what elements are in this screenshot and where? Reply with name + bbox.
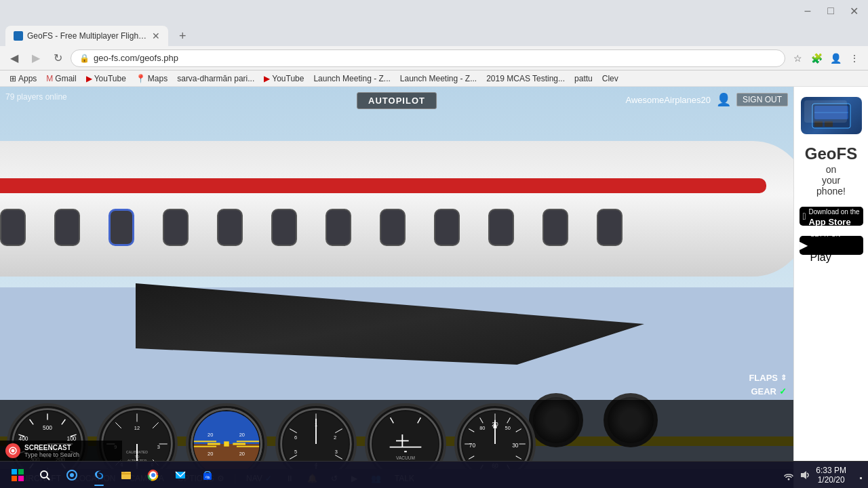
players-online-label: 79 players online (5, 92, 67, 102)
svg-rect-109 (12, 469, 17, 474)
window-9 (434, 209, 460, 246)
bookmark-clev[interactable]: Clev (598, 72, 623, 85)
svg-point-113 (41, 471, 47, 478)
bookmark-pattu[interactable]: pattu (570, 72, 597, 85)
window-8 (380, 209, 406, 246)
bookmark-zoom1[interactable]: Launch Meeting - Z... (309, 72, 394, 85)
svg-text:12: 12 (134, 425, 140, 431)
maximize-button[interactable]: □ (822, 2, 840, 20)
window-5 (217, 209, 243, 246)
geofs-phone: phone! (805, 186, 857, 197)
window-3-selected (108, 209, 134, 246)
taskbar-store[interactable]: 🛍 (195, 463, 220, 487)
svg-rect-125 (860, 477, 862, 479)
bookmark-youtube2[interactable]: ▶ YouTube (260, 72, 308, 85)
browser-chrome: – □ ✕ GeoFS - Free Multiplayer Flight ..… (0, 0, 868, 87)
taskbar-search[interactable] (33, 463, 57, 487)
svg-text:VACUUM: VACUUM (396, 455, 415, 460)
address-bar[interactable]: 🔒 geo-fs.com/geofs.php (71, 49, 785, 67)
geofs-title: GeoFS (805, 144, 857, 164)
screencast-icon (5, 443, 20, 458)
google-play-button[interactable]: ▶ GET IT ON Google Play (800, 236, 863, 255)
window-1 (0, 209, 26, 246)
windows-row (0, 209, 623, 246)
svg-text:500: 500 (43, 424, 52, 431)
window-2 (54, 209, 80, 246)
active-tab[interactable]: GeoFS - Free Multiplayer Flight ... ✕ (5, 26, 168, 46)
taskbar-mail[interactable] (168, 463, 193, 487)
svg-text:2: 2 (334, 434, 336, 441)
bookmark-gmail[interactable]: M Gmail (42, 72, 80, 85)
tray-datetime[interactable]: 6:33 PM 1/20/20 (816, 466, 846, 485)
bookmark-youtube[interactable]: ▶ YouTube (82, 72, 130, 85)
autopilot-button[interactable]: AUTOPILOT (357, 92, 437, 109)
extensions-button[interactable]: 🧩 (808, 50, 825, 66)
start-button[interactable] (5, 463, 30, 487)
bookmark-star-button[interactable]: ☆ (789, 50, 806, 66)
svg-rect-42 (193, 411, 259, 444)
reload-button[interactable]: ↻ (49, 49, 66, 67)
airplane-fuselage (0, 141, 793, 277)
svg-rect-110 (18, 469, 24, 474)
svg-text:50: 50 (505, 425, 511, 431)
tray-notification[interactable] (852, 470, 863, 481)
sign-out-button[interactable]: SIGN OUT (736, 93, 788, 106)
tray-network[interactable] (783, 470, 794, 481)
close-button[interactable]: ✕ (845, 2, 863, 20)
window-6 (271, 209, 297, 246)
app-store-button[interactable]:  Download on the App Store (800, 207, 863, 226)
svg-rect-117 (121, 472, 131, 479)
taskbar-chrome[interactable] (141, 463, 165, 487)
tab-bar: GeoFS - Free Multiplayer Flight ... ✕ + (0, 22, 868, 46)
user-info: AwesomeAirplanes20 👤 SIGN OUT (625, 92, 788, 107)
gear-label: GEAR (751, 386, 776, 396)
taskbar-cortana[interactable] (60, 463, 84, 487)
svg-text:20: 20 (208, 451, 213, 457)
svg-text:20: 20 (208, 432, 213, 438)
taskbar-edge[interactable] (87, 463, 111, 487)
google-play-icon: ▶ (800, 239, 808, 251)
user-avatar-icon: 👤 (716, 92, 731, 107)
tab-close-button[interactable]: ✕ (152, 30, 160, 41)
fuselage-stripe (0, 178, 766, 193)
gear-indicator: GEAR ✓ (751, 386, 787, 396)
svg-point-116 (70, 473, 74, 477)
bookmark-zoom2[interactable]: Launch Meeting - Z... (396, 72, 481, 85)
taskbar-file-explorer[interactable] (114, 463, 138, 487)
back-button[interactable]: ◀ (5, 49, 23, 67)
svg-marker-124 (801, 471, 806, 479)
svg-rect-54 (224, 441, 229, 446)
svg-line-114 (47, 477, 50, 480)
taskbar-tray: 6:33 PM 1/20/20 (783, 466, 863, 485)
flaps-label: FLAPS (749, 373, 778, 383)
taskbar: 🛍 6:33 PM 1/20/20 (0, 461, 868, 488)
svg-point-108 (12, 449, 15, 453)
svg-rect-106 (825, 121, 833, 127)
menu-button[interactable]: ⋮ (846, 50, 863, 66)
ssl-lock-icon: 🔒 (79, 54, 90, 63)
minimize-button[interactable]: – (799, 2, 816, 20)
new-tab-button[interactable]: + (174, 26, 192, 46)
svg-point-119 (151, 473, 155, 477)
bookmark-sarva[interactable]: sarva-dharmān pari... (173, 72, 258, 85)
svg-text:80: 80 (479, 425, 485, 431)
bookmark-apps[interactable]: ⊞ Apps (5, 72, 41, 85)
svg-text:3: 3 (157, 444, 160, 450)
svg-point-123 (788, 478, 790, 480)
geofs-your: your (805, 175, 857, 186)
svg-text:6: 6 (294, 434, 297, 441)
svg-text:20: 20 (239, 451, 245, 457)
right-sidebar: GeoFS on your phone!  Download on the A… (793, 87, 868, 488)
game-viewport: 79 players online AUTOPILOT AwesomeAirpl… (0, 87, 793, 488)
bookmark-maps[interactable]: 📍 Maps (132, 72, 172, 85)
geofs-on: on (805, 164, 857, 175)
airplane-wing (136, 283, 644, 365)
bookmarks-bar: ⊞ Apps M Gmail ▶ YouTube 📍 Maps sarva-dh… (0, 70, 868, 87)
tray-volume[interactable] (800, 470, 810, 481)
forward-button[interactable]: ▶ (27, 49, 45, 67)
nav-bar: ◀ ▶ ↻ 🔒 geo-fs.com/geofs.php ☆ 🧩 👤 ⋮ (0, 46, 868, 70)
google-play-text: GET IT ON Google Play (810, 227, 863, 264)
window-12 (597, 209, 623, 246)
profile-button[interactable]: 👤 (827, 50, 844, 66)
bookmark-mcas[interactable]: 2019 MCAS Testing... (482, 72, 569, 85)
